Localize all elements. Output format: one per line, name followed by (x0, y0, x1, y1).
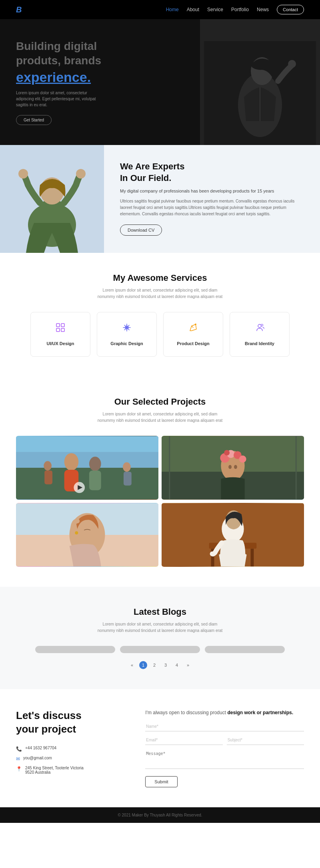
svg-rect-13 (56, 328, 60, 332)
svg-point-48 (75, 531, 78, 534)
contact-phone: 📞 +44 1632 967704 (16, 746, 129, 752)
blog-card-3[interactable] (205, 646, 285, 653)
about-content: We Are ExpertsIn Our Field. My digital c… (104, 145, 320, 253)
project-item-4[interactable] (162, 503, 304, 567)
svg-rect-28 (124, 472, 132, 486)
hero-title-line1: Building digital (16, 40, 97, 52)
product-icon (172, 322, 215, 336)
service-name-graphic: Graphic Design (110, 341, 143, 346)
hero-cta-button[interactable]: Get Started (16, 115, 52, 125)
about-image-svg (0, 145, 104, 253)
nav-news[interactable]: News (257, 7, 269, 12)
service-name-brand: Brand Identity (245, 341, 274, 346)
contact-email: ✉ you@gmail.com (16, 756, 129, 762)
submit-button[interactable]: Submit (145, 776, 177, 787)
service-card-uiux: UI/UX Design (30, 312, 90, 357)
uiux-icon (39, 322, 82, 336)
about-title: We Are ExpertsIn Our Field. (120, 161, 304, 184)
svg-point-21 (64, 453, 79, 471)
email-input[interactable] (145, 735, 222, 745)
blog-card-1[interactable] (35, 646, 115, 653)
contact-info: 📞 +44 1632 967704 ✉ you@gmail.com 📍 245 … (16, 746, 129, 775)
project-3-svg (16, 503, 158, 567)
form-name-row (145, 722, 304, 731)
projects-subtitle: Lorem ipsum dolor sit amet, consectetur … (96, 411, 224, 424)
projects-grid (16, 436, 304, 567)
about-body: Ultrices sagittis feugiat pulvinar fauci… (120, 198, 304, 217)
project-4-svg (162, 503, 304, 567)
nav-about[interactable]: About (187, 7, 199, 12)
project-item-1[interactable] (16, 436, 158, 500)
about-section: We Are ExpertsIn Our Field. My digital c… (0, 145, 320, 253)
nav-contact-button[interactable]: Contact (277, 5, 304, 14)
form-email-subject-row (145, 735, 304, 745)
svg-point-10 (76, 169, 86, 179)
hero-subtitle: Lorem ipsum dolor sit amet, consectetur … (16, 90, 96, 108)
contact-address: 📍 245 King Street, Tooterle Victoria9520… (16, 766, 129, 775)
about-image (0, 145, 104, 253)
svg-rect-20 (16, 468, 158, 499)
navbar: B Home About Service Portfolio News Cont… (0, 0, 320, 19)
contact-right-title: I'm always open to discussing product de… (145, 709, 304, 716)
service-name-product: Product Design (177, 341, 209, 346)
blogs-section: Latest Blogs Lorem ipsum dolor sit amet,… (0, 587, 320, 689)
nav-home[interactable]: Home (166, 7, 179, 12)
phone-icon: 📞 (16, 746, 22, 752)
message-input[interactable] (145, 749, 304, 769)
service-card-brand: Brand Identity (230, 312, 290, 357)
project-1-svg (16, 436, 158, 500)
services-section: My Awesome Services Lorem ipsum dolor si… (0, 253, 320, 377)
contact-address-value: 245 King Street, Tooterle Victoria9520 A… (25, 766, 84, 775)
project-2-svg (162, 436, 304, 500)
project-item-2[interactable] (162, 436, 304, 500)
svg-point-27 (123, 462, 131, 472)
svg-rect-11 (56, 324, 60, 327)
contact-left: Let's discussyour project 📞 +44 1632 967… (16, 709, 129, 787)
pagination-2[interactable]: 2 (150, 661, 158, 669)
pagination-3[interactable]: 3 (162, 661, 170, 669)
email-icon: ✉ (16, 756, 20, 762)
hero-title-line2: produts, brands (16, 54, 101, 67)
nav-portfolio[interactable]: Portfolio (231, 7, 249, 12)
contact-right-normal: I'm always open to discussing product (145, 710, 227, 715)
svg-point-3 (288, 60, 296, 68)
svg-rect-24 (89, 471, 101, 490)
footer: © 2021 Maker By Thuyash All Rights Reser… (0, 807, 320, 823)
pagination-4[interactable]: 4 (173, 661, 181, 669)
hero-section: Building digital produts, brands experie… (0, 19, 320, 145)
svg-point-16 (195, 324, 196, 325)
hero-title-highlight: experience. (16, 68, 184, 86)
services-title: My Awesome Services (16, 273, 304, 283)
hero-content: Building digital produts, brands experie… (0, 19, 200, 145)
projects-section: Our Selected Projects Lorem ipsum dolor … (0, 377, 320, 587)
service-card-graphic: Graphic Design (97, 312, 157, 357)
svg-rect-14 (61, 328, 64, 332)
svg-point-38 (239, 455, 246, 463)
service-card-product: Product Design (163, 312, 223, 357)
svg-point-17 (258, 324, 261, 328)
blogs-cards (16, 646, 304, 653)
blog-card-2[interactable] (120, 646, 200, 653)
blogs-pagination: « 1 2 3 4 » (16, 661, 304, 669)
footer-text: © 2021 Maker By Thuyash All Rights Reser… (118, 813, 202, 817)
service-name-uiux: UI/UX Design (46, 341, 74, 346)
services-subtitle: Lorem ipsum dolor sit amet, consectetur … (96, 287, 224, 300)
name-input[interactable] (145, 722, 304, 731)
svg-rect-53 (251, 549, 254, 567)
svg-rect-29 (16, 436, 158, 452)
pagination-1[interactable]: 1 (139, 661, 147, 669)
svg-point-23 (89, 457, 101, 471)
download-cv-button[interactable]: Download CV (120, 224, 162, 236)
nav-logo: B (16, 5, 22, 14)
svg-point-40 (228, 465, 232, 469)
hero-image (200, 19, 320, 145)
hero-title: Building digital produts, brands experie… (16, 39, 184, 86)
services-grid: UI/UX Design Graphic Design Product Desi… (16, 312, 304, 357)
pagination-prev[interactable]: « (128, 661, 136, 669)
project-item-3[interactable] (16, 503, 158, 567)
nav-service[interactable]: Service (207, 7, 223, 12)
pagination-next[interactable]: » (184, 661, 192, 669)
subject-input[interactable] (227, 735, 304, 745)
about-intro: My digital company of professionals has … (120, 189, 304, 193)
graphic-icon (105, 322, 148, 336)
